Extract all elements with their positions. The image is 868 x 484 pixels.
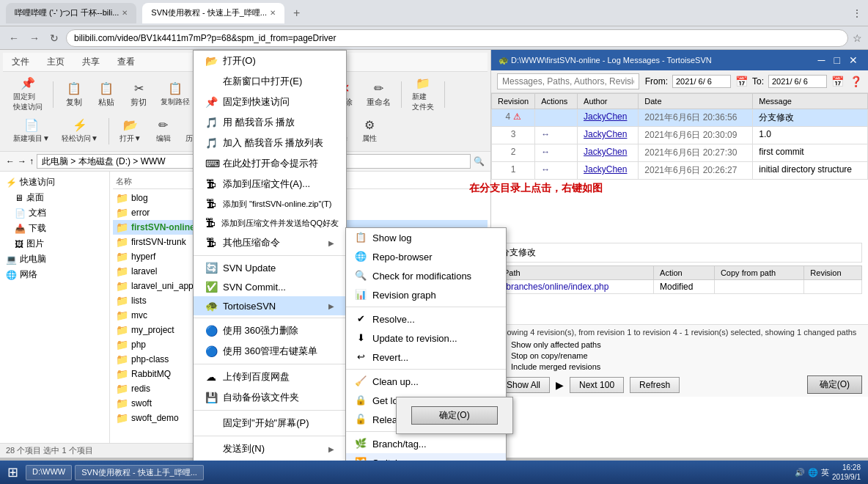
svn-cleanup[interactable]: 🧹 Clean up... [346,372,506,391]
address-input[interactable] [66,29,848,47]
cm-add-zip[interactable]: 🗜 添加到压缩文件(A)... [194,174,346,194]
cm-other-zip[interactable]: 🗜 其他压缩命令 [194,232,346,253]
browser-menu-icon[interactable]: ⋮ [852,7,862,19]
cm-kuwo-play[interactable]: 🎵 用 酷我音乐 播放 [194,112,346,133]
sidebar-item-docs[interactable]: 📄 文档 [0,205,109,221]
browser-tab-2[interactable]: SVN使用教程 - 快速上手_哔哩... ✕ [142,3,284,23]
browser-tab-1[interactable]: 哔哩哔哩 ('-' )つ口 千杯--bili... ✕ [6,3,136,23]
minimize-button[interactable]: ─ [815,54,828,66]
from-calendar-icon[interactable]: 📅 [735,76,748,87]
svn-show-log[interactable]: 📋 Show log [346,228,506,247]
author-link[interactable]: JackyChen [584,129,627,139]
cm-svn-update[interactable]: 🔄 SVN Update [194,258,346,277]
cut-button[interactable]: ✂ 剪切 [124,80,153,109]
log-search-input[interactable] [497,73,639,89]
cm-360-menu[interactable]: 🔵 使用 360管理右键菜单 [194,341,346,362]
nav-back[interactable]: ← [6,156,15,166]
taskbar-item-svn[interactable]: SVN使用教程 - 快速上手_哔哩... [75,465,204,480]
copy-path-button[interactable]: 📋 复制路径 [156,80,194,109]
refresh-button[interactable]: Refresh [630,377,680,393]
properties-button[interactable]: ⚙ 属性 [355,117,384,145]
next-100-button[interactable]: Next 100 [570,377,624,393]
svn-revert[interactable]: ↩ Revert... [346,348,506,367]
cm-tortoise[interactable]: 🐢 TortoiseSVN [194,296,346,315]
author-link[interactable]: JackyChen [584,164,627,175]
paste-button[interactable]: 📋 粘贴 [92,80,121,109]
svn-cleanup-label: Clean up... [372,376,419,387]
to-calendar-icon[interactable]: 📅 [831,76,844,87]
computer-icon: 💻 [6,254,17,265]
close-button[interactable]: ✕ [846,54,861,66]
svn-check-modifications[interactable]: 🔍 Check for modifications [346,266,506,285]
cm-open-new-window[interactable]: 在新窗口中打开(E) [194,71,346,92]
confirm-button[interactable]: 确定(O) [807,375,862,394]
merged-label: Include merged revisions [511,362,600,371]
sidebar-item-pictures[interactable]: 🖼 图片 [0,236,109,252]
sidebar-item-desktop[interactable]: 🖥 桌面 [0,190,109,205]
author-link[interactable]: JackyChen [584,147,627,157]
pin-button[interactable]: 📌 固定到快速访问 [9,75,47,114]
tab1-close[interactable]: ✕ [122,9,128,17]
cut-icon: ✂ [134,81,144,95]
tortoise-toolbar: From: 📅 To: 📅 ❓ [491,70,868,93]
svn-revision-graph[interactable]: 📊 Revision graph [346,285,506,304]
toolbar-tab-home[interactable]: 主页 [38,53,73,71]
cm-add-zip-t[interactable]: 🗜 添加到 "firstSVN-online.zip"(T) [194,194,346,213]
from-date-input[interactable] [672,75,731,88]
easy-access-button[interactable]: ⚡ 轻松访问▼ [57,117,103,145]
cm-360-delete[interactable]: 🔵 使用 360强力删除 [194,320,346,341]
start-button[interactable]: ⊞ [3,463,23,482]
maximize-button[interactable]: □ [831,54,843,66]
toolbar-tab-share[interactable]: 共享 [73,53,108,71]
edit-button[interactable]: ✏ 编辑 [149,117,178,145]
tab2-close[interactable]: ✕ [270,9,276,17]
new-item-button[interactable]: 📄 新建项目▼ [9,117,54,145]
taskbar-item-explorer[interactable]: D:\WWW [26,465,72,480]
checkbox-affected-paths[interactable]: Show only affected paths [497,340,862,349]
svn-update-revision[interactable]: ⬇ Update to revision... [346,329,506,348]
sidebar-item-quickaccess[interactable]: ⚡ 快速访问 [0,175,109,190]
help-icon[interactable]: ❓ [850,76,862,87]
changed-row-1[interactable]: /branches/online/index.php Modified [498,280,862,294]
cm-open[interactable]: 📂 打开(O) [194,51,346,71]
log-row-4[interactable]: 4 ⚠ JackyChen 2021年6月6日 20:36:56 分支修改 [492,109,868,127]
copy-button[interactable]: 📋 复制 [59,80,89,109]
cm-zip-qq[interactable]: 🗜 添加到压缩文件并发送给QQ好友 [194,213,346,232]
reload-button[interactable]: ↻ [47,31,62,45]
cm-svn-commit[interactable]: ✅ SVN Commit... [194,277,346,296]
forward-button[interactable]: → [26,31,43,45]
rename-button[interactable]: ✏ 重命名 [362,80,395,109]
path-link[interactable]: /branches/online/index.php [504,282,608,292]
author-link[interactable]: JackyChen [584,111,627,122]
new-tab-button[interactable]: + [290,7,303,20]
confirm-dialog-ok[interactable]: 确定(O) [411,406,498,425]
toolbar-tab-view[interactable]: 查看 [108,53,144,71]
cm-backup[interactable]: 💾 自动备份该文件夹 [194,387,346,408]
bookmark-icon[interactable]: ☆ [853,32,862,44]
nav-up[interactable]: ↑ [29,156,34,166]
cm-cmd[interactable]: ⌨ 在此处打开命令提示符 [194,153,346,174]
svn-repo-browser[interactable]: 🌐 Repo-browser [346,247,506,266]
sidebar-item-downloads[interactable]: 📥 下载 [0,221,109,236]
cm-pin-start[interactable]: 固定到"开始"屏幕(P) [194,413,346,433]
search-icon[interactable]: 🔍 [474,156,485,166]
new-folder-button[interactable]: 📁 新建文件夹 [408,75,438,114]
toolbar-tab-file[interactable]: 文件 [3,53,38,71]
checkbox-stop-copy[interactable]: Stop on copy/rename [497,351,862,360]
cm-baidu-upload[interactable]: ☁ 上传到百度网盘 [194,367,346,387]
cm-pin-quick[interactable]: 📌 固定到快速访问 [194,92,346,112]
sidebar-item-computer[interactable]: 💻 此电脑 [0,252,109,267]
svn-resolve[interactable]: ✔ Resolve... [346,309,506,329]
log-row-3[interactable]: 3 ↔ JackyChen 2021年6月6日 20:30:09 1.0 [492,127,868,144]
log-row-2[interactable]: 2 ↔ JackyChen 2021年6月6日 20:27:30 first c… [492,144,868,162]
sidebar-item-network[interactable]: 🌐 网络 [0,267,109,282]
log-row-1[interactable]: 1 ↔ JackyChen 2021年6月6日 20:26:27 initial… [492,162,868,180]
open-button[interactable]: 📂 打开▼ [115,117,146,145]
cm-kuwo-playlist[interactable]: 🎵 加入 酷我音乐 播放列表 [194,133,346,153]
back-button[interactable]: ← [6,31,22,45]
svn-branch-tag[interactable]: 🌿 Branch/tag... [346,434,506,453]
nav-forward[interactable]: → [18,156,26,166]
to-date-input[interactable] [768,75,827,88]
cm-send-to[interactable]: 发送到(N) [194,439,346,459]
checkbox-merged[interactable]: Include merged revisions [497,362,862,371]
